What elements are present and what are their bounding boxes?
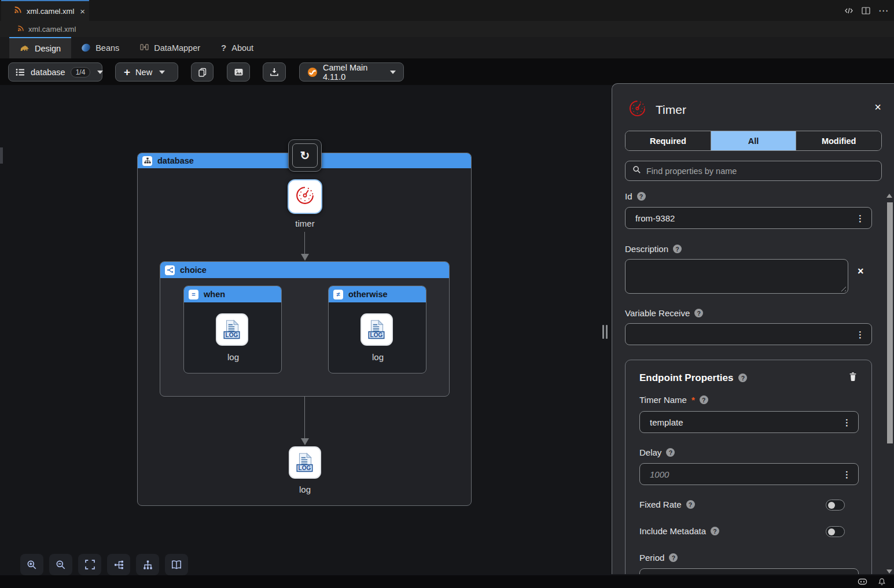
edge-arrowhead [301, 438, 309, 445]
node-log-final[interactable]: LOG [289, 446, 321, 479]
route-sync-button[interactable]: ↻ [288, 139, 322, 172]
edge-timer-choice [304, 232, 305, 254]
zoom-out-button[interactable] [49, 554, 72, 575]
node-label-log-when: log [198, 352, 268, 362]
delay-input[interactable] [639, 463, 859, 485]
trash-icon[interactable] [848, 372, 858, 384]
help-icon[interactable]: ? [711, 527, 719, 535]
when-header[interactable]: = when [184, 286, 281, 302]
id-input[interactable] [625, 207, 872, 229]
filter-all[interactable]: All [711, 131, 796, 150]
otherwise-header[interactable]: ≠ otherwise [329, 286, 426, 302]
svg-text:LOG: LOG [226, 332, 238, 338]
flows-list-button[interactable]: database 1/4 [8, 62, 102, 82]
tab-datamapper[interactable]: DataMapper [130, 37, 211, 58]
search-input[interactable] [646, 167, 874, 176]
description-textarea[interactable] [625, 259, 848, 294]
breadcrumb-item-file[interactable]: xml.camel.xml [28, 25, 76, 34]
fixed-rate-toggle[interactable] [826, 500, 845, 511]
new-route-button[interactable]: + New [115, 62, 178, 82]
help-icon[interactable]: ? [637, 192, 646, 201]
scrollbar-thumb[interactable] [887, 202, 893, 443]
help-icon[interactable]: ? [666, 448, 675, 457]
panel-resize-handle[interactable] [602, 325, 609, 339]
help-icon[interactable]: ? [694, 309, 703, 317]
plus-icon: + [124, 66, 130, 77]
help-icon[interactable]: ? [669, 553, 678, 562]
editor-tab-bar: xml.camel.xml × ⋯ [0, 0, 894, 21]
id-field-label: Id ? [625, 191, 646, 201]
tab-close-icon[interactable]: × [80, 7, 85, 16]
camel-icon [20, 43, 30, 53]
chevron-down-icon [97, 71, 103, 74]
vertical-layout-button[interactable] [136, 554, 159, 575]
id-field: ⋮ [625, 207, 872, 229]
timer-name-input[interactable] [639, 411, 859, 433]
include-metadata-toggle[interactable] [826, 526, 845, 537]
timer-icon [295, 186, 315, 208]
kebab-menu-icon[interactable]: ⋮ [843, 470, 851, 479]
breadcrumb: xml.camel.xml [0, 21, 894, 37]
choice-label: choice [180, 265, 207, 275]
variable-receive-field: ⋮ [625, 323, 872, 345]
split-editor-icon[interactable] [862, 7, 870, 14]
fit-to-screen-button[interactable] [78, 554, 101, 575]
catalog-book-button[interactable] [165, 554, 188, 575]
period-label: Period ? [639, 553, 678, 563]
node-log-when[interactable]: LOG [216, 313, 248, 346]
node-log-otherwise[interactable]: LOG [360, 313, 393, 346]
filter-modified[interactable]: Modified [796, 131, 881, 150]
help-icon[interactable]: ? [700, 395, 708, 404]
download-icon [270, 68, 279, 77]
tab-about[interactable]: ? About [211, 37, 264, 58]
edge-arrowhead [301, 254, 309, 261]
copilot-icon[interactable] [858, 578, 867, 586]
kebab-menu-icon[interactable]: ⋮ [856, 214, 864, 223]
notifications-bell-icon[interactable] [878, 578, 886, 586]
variable-receive-input[interactable] [625, 323, 872, 345]
panel-title: Timer [656, 103, 686, 117]
runtime-selector-button[interactable]: Camel Main 4.11.0 [299, 62, 404, 82]
flows-button-label: database [31, 68, 65, 77]
scrollbar-down-arrow[interactable] [886, 569, 892, 574]
properties-search [625, 161, 882, 181]
tab-beans[interactable]: Beans [71, 37, 130, 58]
search-icon [632, 165, 641, 176]
download-button[interactable] [263, 62, 286, 82]
node-timer[interactable] [288, 179, 322, 214]
help-icon[interactable]: ? [738, 373, 747, 382]
copy-route-button[interactable] [191, 62, 214, 82]
kaoto-nav-tabs: Design Beans DataMapper ? About [0, 37, 894, 58]
period-field: ⋮ [639, 568, 859, 574]
chevron-down-icon [159, 71, 165, 74]
container-when[interactable]: = when LOG log [183, 286, 282, 373]
tab-beans-label: Beans [95, 43, 119, 53]
editor-tab-xml-camel[interactable]: xml.camel.xml × [1, 0, 89, 21]
camel-file-feed-icon [17, 24, 24, 34]
tab-about-label: About [231, 43, 253, 53]
kebab-menu-icon[interactable]: ⋮ [843, 418, 851, 427]
zoom-in-button[interactable] [20, 554, 43, 575]
copy-icon [198, 68, 207, 77]
filter-toggle-group: Required All Modified [625, 131, 882, 151]
period-input[interactable] [639, 568, 859, 574]
help-icon[interactable]: ? [686, 500, 695, 509]
scrollbar-up-arrow[interactable] [886, 194, 892, 198]
panel-close-icon[interactable]: × [874, 101, 881, 113]
help-icon[interactable]: ? [673, 245, 682, 253]
delay-label: Delay ? [639, 448, 675, 457]
tab-design[interactable]: Design [9, 37, 71, 58]
delay-field: ⋮ [639, 463, 859, 485]
more-actions-icon[interactable]: ⋯ [878, 6, 888, 16]
export-image-button[interactable] [227, 62, 250, 82]
kebab-menu-icon[interactable]: ⋮ [856, 330, 864, 339]
container-choice[interactable]: choice = when LOG log ≠ otherwise [160, 261, 450, 397]
status-bar [0, 575, 894, 588]
filter-required[interactable]: Required [626, 131, 711, 150]
clear-description-icon[interactable]: × [858, 266, 864, 276]
svg-text:LOG: LOG [370, 332, 383, 338]
horizontal-layout-button[interactable] [107, 554, 130, 575]
open-source-code-icon[interactable] [844, 6, 853, 15]
container-otherwise[interactable]: ≠ otherwise LOG log [328, 286, 426, 373]
choice-header[interactable]: choice [160, 262, 449, 278]
